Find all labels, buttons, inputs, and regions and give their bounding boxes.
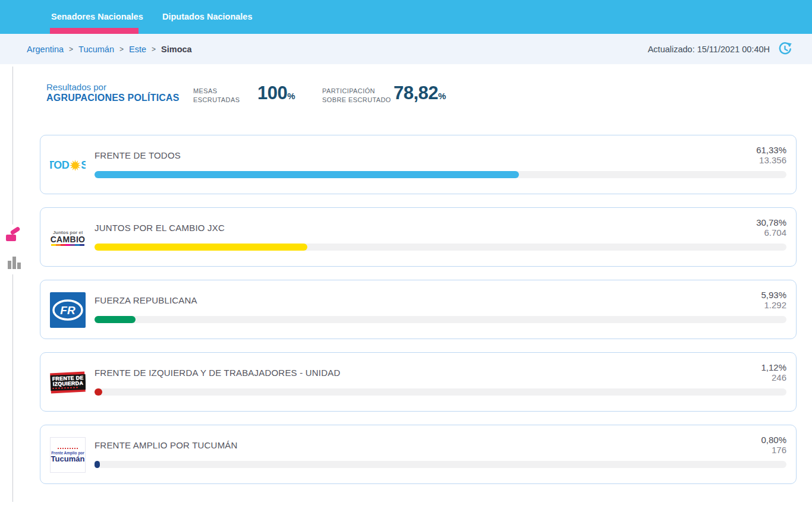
party-card-frente-de-izquierda[interactable]: FRENTE DE IZQUIERDA FRENTE DE IZQUIERDA … <box>40 352 797 412</box>
breadcrumb-separator: > <box>152 45 156 53</box>
party-name: FRENTE DE IZQUIERDA Y DE TRABAJADORES - … <box>95 368 340 378</box>
breadcrumb-tucuman[interactable]: Tucumán <box>78 45 114 54</box>
side-rail-line <box>12 67 13 225</box>
fat-logo-text: Tucumán <box>51 455 85 463</box>
party-votes: 176 <box>761 445 786 456</box>
refresh-icon[interactable] <box>778 42 792 56</box>
page: Senadores Nacionales Diputados Nacionale… <box>0 0 812 509</box>
fat-logo-dots <box>58 448 78 449</box>
breadcrumb-separator: > <box>119 45 124 53</box>
results-by-line2: AGRUPACIONES POLÍTICAS <box>46 93 180 103</box>
breadcrumb-separator: > <box>69 45 73 53</box>
progress-track <box>95 461 786 468</box>
fit-logo-text: IZQUIERDA <box>52 381 84 387</box>
party-card-juntos-por-el-cambio[interactable]: Juntos por el CAMBIO JUNTOS POR EL CAMBI… <box>40 207 797 267</box>
party-percent: 0,80% <box>761 435 786 445</box>
progress-fill <box>95 316 136 323</box>
progress-track <box>95 244 786 251</box>
frente-de-izquierda-logo: FRENTE DE IZQUIERDA <box>50 365 86 400</box>
vote-edit-icon[interactable] <box>5 227 23 245</box>
party-votes: 246 <box>761 373 786 383</box>
party-name: FRENTE AMPLIO POR TUCUMÁN <box>95 440 238 450</box>
party-name: JUNTOS POR EL CAMBIO JXC <box>95 223 225 233</box>
fit-logo-stripe <box>52 387 78 389</box>
results-by-line1: Resultados por <box>46 82 180 93</box>
party-name: FRENTE DE TODOS <box>95 150 181 160</box>
party-card-frente-de-todos[interactable]: TOD S FRENTE DE TODOS 61,33% 13.356 <box>40 135 797 194</box>
breadcrumb: Argentina > Tucumán > Este > Simoca <box>27 34 192 64</box>
results-by-heading: Resultados por AGRUPACIONES POLÍTICAS <box>46 82 180 103</box>
party-percent: 61,33% <box>756 146 786 156</box>
party-name: FUERZA REPUBLICANA <box>95 295 197 305</box>
todos-logo-text: TOD <box>50 159 69 172</box>
progress-track <box>95 388 786 396</box>
tab-senadores-nacionales[interactable]: Senadores Nacionales <box>51 12 143 21</box>
updated-timestamp: Actualizado: 15/11/2021 00:40H <box>648 45 770 54</box>
progress-track <box>95 171 786 178</box>
party-votes: 1.292 <box>761 301 786 311</box>
sun-icon <box>70 160 81 171</box>
breadcrumb-argentina[interactable]: Argentina <box>27 45 64 54</box>
progress-fill <box>95 171 519 178</box>
mesas-escrutadas-label: MESAS ESCRUTADAS <box>193 87 240 105</box>
party-percent: 1,12% <box>761 363 786 373</box>
fr-emblem: FR <box>51 297 84 323</box>
tab-diputados-nacionales[interactable]: Diputados Nacionales <box>162 12 252 21</box>
side-rail-line <box>12 274 13 502</box>
progress-track <box>95 316 786 323</box>
party-results-list: TOD S FRENTE DE TODOS 61,33% 13.356 Ju <box>40 135 797 497</box>
jxc-logo-text: CAMBIO <box>50 235 86 244</box>
cambio-stripe <box>51 244 84 246</box>
breadcrumb-este[interactable]: Este <box>129 45 146 54</box>
frente-amplio-por-tucuman-logo: Frente Amplio por Tucumán <box>50 437 86 473</box>
progress-fill <box>95 244 307 251</box>
participacion-label: PARTICIPACIÓN SOBRE ESCRUTADO <box>322 87 391 105</box>
party-percent: 30,78% <box>756 218 786 228</box>
participacion-value: 78,82% <box>394 83 446 104</box>
party-card-frente-amplio-por-tucuman[interactable]: Frente Amplio por Tucumán FRENTE AMPLIO … <box>40 425 797 484</box>
juntos-por-el-cambio-logo: Juntos por el CAMBIO <box>50 220 86 255</box>
party-votes: 6.704 <box>756 228 786 238</box>
breadcrumb-bar: Argentina > Tucumán > Este > Simoca Actu… <box>0 34 812 64</box>
todos-logo-text: S <box>81 159 86 172</box>
mesas-escrutadas-value: 100% <box>257 83 295 104</box>
progress-fill <box>95 461 100 468</box>
party-percent: 5,93% <box>761 290 786 301</box>
svg-text:FR: FR <box>60 304 75 317</box>
bar-chart-icon[interactable] <box>7 254 22 271</box>
frente-de-todos-logo: TOD S <box>50 147 86 183</box>
party-votes: 13.356 <box>756 156 786 166</box>
progress-fill <box>95 388 102 396</box>
top-nav-bar: Senadores Nacionales Diputados Nacionale… <box>0 0 812 34</box>
breadcrumb-simoca: Simoca <box>161 45 192 54</box>
fuerza-republicana-logo: FR <box>50 292 86 328</box>
party-card-fuerza-republicana[interactable]: FR FUERZA REPUBLICANA 5,93% 1.292 <box>40 280 797 339</box>
